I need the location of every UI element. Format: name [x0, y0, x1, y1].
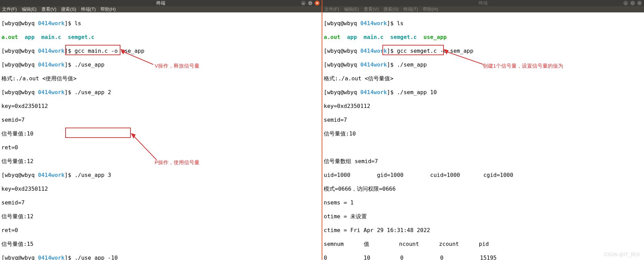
- menu-help[interactable]: 帮助(H): [100, 6, 116, 12]
- terminal-window-right: 终端 文件(F) 编辑(E) 查看(V) 搜索(S) 终端(T) 帮助(H) […: [322, 0, 644, 260]
- terminal-content-right[interactable]: [wbyq@wbyq 0414work]$ ls a.out app main.…: [322, 12, 644, 260]
- menubar: 文件(F) 编辑(E) 查看(V) 搜索(S) 终端(T) 帮助(H): [322, 6, 644, 12]
- menu-terminal[interactable]: 终端(T): [81, 6, 96, 12]
- menu-view[interactable]: 查看(V): [41, 6, 56, 12]
- titlebar[interactable]: 终端: [322, 0, 644, 6]
- menu-file[interactable]: 文件(F): [324, 6, 339, 12]
- menu-search[interactable]: 搜索(S): [61, 6, 76, 12]
- maximize-button[interactable]: [630, 1, 635, 6]
- minimize-button[interactable]: [301, 1, 306, 6]
- menu-edit[interactable]: 编辑(E): [22, 6, 37, 12]
- window-controls: [301, 1, 320, 6]
- watermark: CSDN @IT_阿水: [604, 252, 641, 258]
- terminal-content-left[interactable]: [wbyq@wbyq 0414work]$ ls a.out app main.…: [0, 12, 322, 260]
- close-button[interactable]: [315, 1, 320, 6]
- menu-terminal[interactable]: 终端(T): [403, 6, 418, 12]
- close-button[interactable]: [637, 1, 642, 6]
- menu-view[interactable]: 查看(V): [364, 6, 379, 12]
- window-title: 终端: [3, 0, 319, 6]
- terminal-window-left: 终端 文件(F) 编辑(E) 查看(V) 搜索(S) 终端(T) 帮助(H) […: [0, 0, 322, 260]
- titlebar[interactable]: 终端: [0, 0, 322, 6]
- menu-file[interactable]: 文件(F): [2, 6, 17, 12]
- window-controls: [623, 1, 642, 6]
- menu-search[interactable]: 搜索(S): [383, 6, 398, 12]
- menu-edit[interactable]: 编辑(E): [344, 6, 359, 12]
- svg-rect-9: [632, 2, 634, 4]
- svg-rect-1: [309, 2, 311, 4]
- minimize-button[interactable]: [623, 1, 628, 6]
- menubar: 文件(F) 编辑(E) 查看(V) 搜索(S) 终端(T) 帮助(H): [0, 6, 322, 12]
- maximize-button[interactable]: [308, 1, 313, 6]
- window-title: 终端: [325, 0, 641, 6]
- menu-help[interactable]: 帮助(H): [423, 6, 438, 12]
